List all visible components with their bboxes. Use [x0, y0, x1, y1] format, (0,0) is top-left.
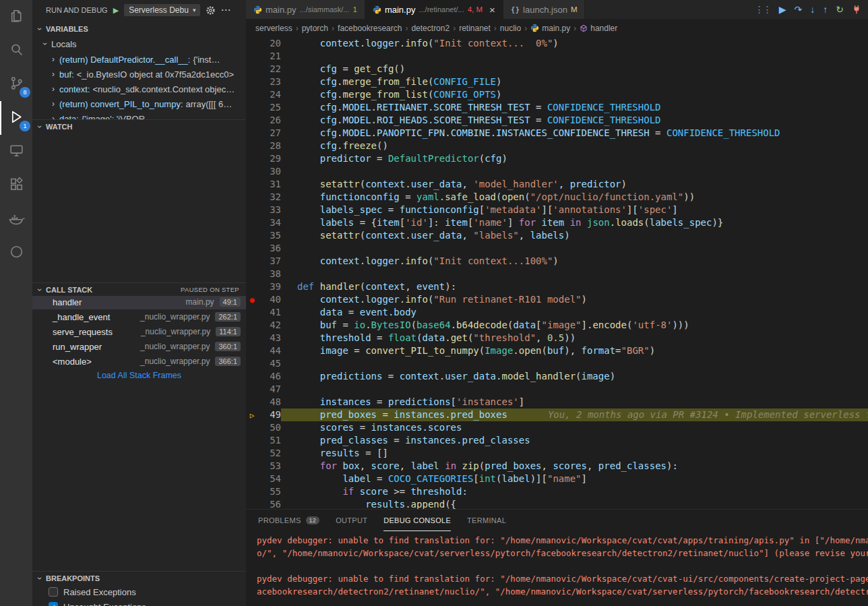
code-line[interactable]: 53 for box, score, label in zip(pred_box…	[246, 460, 868, 473]
code-line[interactable]: 34 labels = {item['id']: item['name'] fo…	[246, 216, 868, 229]
code-line[interactable]: 52 results = []	[246, 447, 868, 460]
checkbox[interactable]: ✓	[49, 602, 58, 606]
breakpoints-section-header[interactable]: › BREAKPOINTS	[32, 571, 246, 584]
code-line[interactable]: 25 cfg.MODEL.RETINANET.SCORE_THRESH_TEST…	[246, 101, 868, 114]
breadcrumb-item[interactable]: main.py	[530, 24, 570, 33]
disconnect-icon[interactable]	[852, 5, 861, 14]
code-line[interactable]: ●40 context.logger.info("Run retinanet-R…	[246, 293, 868, 306]
code-line[interactable]: 54 label = COCO_CATEGORIES[int(label)]["…	[246, 473, 868, 485]
line-content: predictions = context.user_data.model_ha…	[281, 370, 868, 383]
breadcrumb-item[interactable]: handler	[580, 24, 617, 33]
watch-section-header[interactable]: › WATCH	[32, 119, 246, 133]
code-line[interactable]: 44 image = convert_PIL_to_numpy(Image.op…	[246, 344, 868, 357]
tab-main.py[interactable]: main.py.../siammask/...1	[246, 0, 365, 19]
code-line[interactable]: 38	[246, 268, 868, 280]
breakpoint-row[interactable]: ✓Uncaught Exceptions	[32, 599, 246, 606]
code-line[interactable]: 23 cfg.merge_from_file(CONFIG_FILE)	[246, 75, 868, 88]
code-line[interactable]: 56 results.append({	[246, 498, 868, 509]
load-all-stack-frames-link[interactable]: Load All Stack Frames	[32, 371, 246, 380]
code-line[interactable]: ▷49 pred_boxes = instances.pred_boxesYou…	[246, 408, 868, 421]
variable-row[interactable]: ›(return) convert_PIL_to_numpy:array([[[…	[32, 96, 246, 111]
activity-run-and-debug[interactable]: 1	[0, 101, 32, 135]
gear-icon[interactable]	[206, 5, 216, 16]
code-line[interactable]: 35 setattr(context.user_data, "labels", …	[246, 229, 868, 242]
step-over-icon[interactable]: ↷	[795, 5, 803, 14]
call-stack-section-header[interactable]: › CALL STACK PAUSED ON STEP	[32, 282, 246, 296]
debug-console-output[interactable]: pydev debugger: unable to find translati…	[246, 531, 868, 606]
close-icon[interactable]: ×	[489, 5, 495, 15]
code-line[interactable]: 39def handler(context, event):	[246, 280, 868, 293]
code-line[interactable]: 46 predictions = context.user_data.model…	[246, 370, 868, 383]
stack-frame[interactable]: serve_requests_nuclio_wrapper.py114:1	[32, 324, 246, 339]
code-line[interactable]: 24 cfg.merge_from_list(CONFIG_OPTS)	[246, 88, 868, 101]
code-line[interactable]: 21	[246, 50, 868, 63]
variable-row[interactable]: ›data:{'image': 'iVBOR…	[32, 111, 246, 119]
scope-locals[interactable]: › Locals	[32, 37, 246, 51]
code-line[interactable]: 20 context.logger.info("Init context... …	[246, 37, 868, 50]
breadcrumb-label: main.py	[542, 24, 570, 33]
breadcrumb-item[interactable]: nuclio	[500, 24, 521, 33]
breakpoint-icon[interactable]: ●	[249, 295, 254, 305]
activity-explorer[interactable]	[0, 0, 32, 34]
tab-launch.json[interactable]: {}launch.jsonM	[503, 0, 586, 19]
breadcrumb-item[interactable]: facebookresearch	[338, 24, 402, 33]
breadcrumb-item[interactable]: serverless	[255, 24, 292, 33]
panel-tab-problems[interactable]: PROBLEMS12	[258, 510, 319, 531]
breadcrumb-item[interactable]: detectron2	[411, 24, 450, 33]
variable-row[interactable]: ›context:<nuclio_sdk.context.Context obj…	[32, 82, 246, 96]
more-actions-icon[interactable]: ···	[221, 5, 231, 15]
code-line[interactable]: 51 pred_classes = instances.pred_classes	[246, 434, 868, 447]
stack-frame[interactable]: run_wrapper_nuclio_wrapper.py360:1	[32, 339, 246, 354]
code-line[interactable]: 32 functionconfig = yaml.safe_load(open(…	[246, 191, 868, 204]
restart-icon[interactable]: ↻	[836, 5, 844, 14]
panel-tab-debug-console[interactable]: DEBUG CONSOLE	[383, 510, 451, 531]
code-line[interactable]: 36	[246, 242, 868, 255]
activity-remote-explorer[interactable]	[0, 135, 32, 169]
code-line[interactable]: 22 cfg = get_cfg()	[246, 63, 868, 75]
continue-icon[interactable]: ▶	[779, 5, 786, 14]
code-line[interactable]: 27 cfg.MODEL.PANOPTIC_FPN.COMBINE.INSTAN…	[246, 127, 868, 140]
code-line[interactable]: 50 scores = instances.scores	[246, 421, 868, 434]
activity-docker[interactable]	[0, 202, 32, 236]
code-line[interactable]: 29 predictor = DefaultPredictor(cfg)	[246, 152, 868, 165]
code-line[interactable]: 43 threshold = float(data.get("threshold…	[246, 332, 868, 344]
code-line[interactable]: 45	[246, 357, 868, 370]
panel-tab-output[interactable]: OUTPUT	[336, 510, 367, 531]
variable-row[interactable]: ›buf:<_io.BytesIO object at 0x7f5a2dc1ec…	[32, 67, 246, 82]
panel-tab-terminal[interactable]: TERMINAL	[467, 510, 506, 531]
code-line[interactable]: 30	[246, 165, 868, 178]
code-line[interactable]: 33 labels_spec = functionconfig['metadat…	[246, 204, 868, 216]
code-line[interactable]: 42 buf = io.BytesIO(base64.b64decode(dat…	[246, 319, 868, 332]
breadcrumb-item[interactable]: retinanet	[459, 24, 491, 33]
code-line[interactable]: 41 data = event.body	[246, 306, 868, 319]
code-editor[interactable]: 20 context.logger.info("Init context... …	[246, 37, 868, 509]
line-number: 36	[258, 242, 281, 255]
step-into-icon[interactable]: ↓	[810, 5, 815, 14]
activity-source-control[interactable]: 8	[0, 67, 32, 101]
code-line[interactable]: 37 context.logger.info("Init context...1…	[246, 255, 868, 268]
stack-frame[interactable]: _handle_event_nuclio_wrapper.py262:1	[32, 309, 246, 324]
gutter-glyph	[246, 255, 258, 268]
checkbox[interactable]	[49, 587, 58, 597]
breadcrumb-item[interactable]: pytorch	[302, 24, 328, 33]
step-out-icon[interactable]: ↑	[823, 5, 828, 14]
stack-frame[interactable]: handlermain.py49:1	[32, 295, 246, 309]
stack-frame[interactable]: <module>_nuclio_wrapper.py366:1	[32, 354, 246, 369]
start-debug-button[interactable]: ▶	[113, 6, 119, 15]
code-line[interactable]: 31 setattr(context.user_data, 'model_han…	[246, 178, 868, 191]
variables-section-header[interactable]: › VARIABLES	[32, 22, 246, 36]
code-line[interactable]: 47	[246, 383, 868, 396]
line-content: cfg.freeze()	[281, 140, 868, 152]
code-line[interactable]: 28 cfg.freeze()	[246, 140, 868, 152]
debug-config-dropdown[interactable]: Serverless Debu ▾	[124, 4, 200, 16]
variable-row[interactable]: ›(return) DefaultPredictor.__call__:{'in…	[32, 52, 246, 67]
activity-search[interactable]	[0, 34, 32, 67]
breakpoint-row[interactable]: Raised Exceptions	[32, 584, 246, 599]
code-line[interactable]: 55 if score >= threshold:	[246, 485, 868, 498]
activity-circle[interactable]	[0, 236, 32, 270]
line-content: results.append({	[281, 498, 868, 509]
code-line[interactable]: 26 cfg.MODEL.ROI_HEADS.SCORE_THRESH_TEST…	[246, 114, 868, 127]
tab-main.py[interactable]: main.py.../retinanet/...4, M×	[365, 0, 503, 19]
activity-extensions[interactable]	[0, 169, 32, 202]
code-line[interactable]: 48 instances = predictions['instances']	[246, 396, 868, 408]
